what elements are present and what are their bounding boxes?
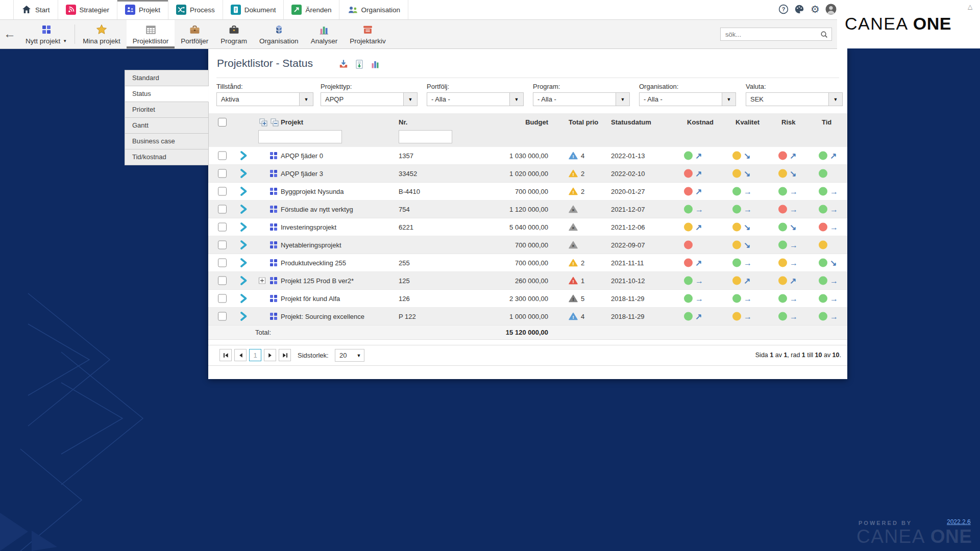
toolbar-item-mina-projekt[interactable]: Mina projekt [77, 20, 127, 48]
row-checkbox[interactable] [218, 169, 227, 178]
open-project-chevron-icon[interactable] [239, 276, 248, 286]
sidebar-item-standard[interactable]: Standard [125, 70, 209, 86]
open-project-chevron-icon[interactable] [239, 258, 248, 268]
theme-palette-icon[interactable] [794, 4, 805, 15]
tab-projekt[interactable]: Projekt [117, 0, 168, 19]
filter-dropdown-program[interactable]: - Alla -▼ [533, 92, 630, 106]
sidebar-item-prioritet[interactable]: Prioritet [125, 102, 209, 118]
filter-value: SEK [746, 93, 828, 106]
tab-dokument[interactable]: Dokument [223, 0, 284, 19]
search-icon[interactable] [820, 31, 828, 38]
toolbar-item-projektarkiv[interactable]: Projektarkiv [344, 20, 392, 48]
open-project-chevron-icon[interactable] [239, 240, 248, 250]
column-header-budget[interactable]: Budget [497, 118, 548, 126]
filter-dropdown-tillstånd[interactable]: Aktiva▼ [216, 92, 313, 106]
row-checkbox[interactable] [218, 205, 227, 214]
excel-export-icon[interactable] [354, 59, 364, 69]
help-icon[interactable]: ? [778, 4, 789, 15]
open-project-chevron-icon[interactable] [239, 204, 248, 214]
project-name[interactable]: Projekt för kund Alfa [281, 295, 340, 303]
tab-strategier[interactable]: Strategier [58, 0, 118, 19]
toolbar-item-organisation[interactable]: Organisation [253, 20, 305, 48]
row-checkbox[interactable] [218, 223, 227, 232]
total-row: Total: 15 120 000,00 [208, 325, 847, 340]
expand-all-icon[interactable] [259, 118, 267, 127]
row-checkbox[interactable] [218, 312, 227, 321]
project-name[interactable]: Byggprojekt Nysunda [281, 188, 344, 195]
sidebar-item-status[interactable]: Status [125, 86, 209, 102]
column-header-tid[interactable]: Tid [822, 118, 831, 126]
org-blocks-icon [273, 23, 285, 36]
column-header-projekt[interactable]: Projekt [281, 118, 303, 126]
first-page-button[interactable] [219, 349, 232, 361]
filter-dropdown-portfölj[interactable]: - Alla -▼ [427, 92, 524, 106]
column-header-kvalitet[interactable]: Kvalitet [736, 118, 760, 126]
last-page-button[interactable] [279, 349, 291, 361]
tab-process[interactable]: Process [168, 0, 223, 19]
topbar-right-icons: ?⚙ [778, 4, 837, 15]
filter-dropdown-valuta[interactable]: SEK▼ [746, 92, 843, 106]
nr-filter-input[interactable] [399, 130, 452, 143]
kostnad-indicator: ↗ [684, 169, 702, 178]
sidebar-item-tid-kostnad[interactable]: Tid/kostnad [125, 149, 209, 165]
tab-label: Start [35, 6, 50, 14]
tab-start[interactable]: Start [13, 0, 58, 19]
toolbar-item-nytt-projekt[interactable]: Nytt projekt▼ [19, 20, 73, 48]
open-project-chevron-icon[interactable] [239, 293, 248, 304]
toolbar-item-program[interactable]: Program [214, 20, 253, 48]
toolbar-item-portföljer[interactable]: Portföljer [175, 20, 214, 48]
filter-dropdown-projekttyp[interactable]: APQP▼ [321, 92, 418, 106]
next-page-button[interactable] [264, 349, 276, 361]
row-checkbox[interactable] [218, 187, 227, 196]
tab-organisation[interactable]: Organisation [339, 0, 408, 19]
settings-gear-icon[interactable]: ⚙ [810, 4, 821, 15]
toolbar-item-analyser[interactable]: Analyser [305, 20, 344, 48]
collapse-all-icon[interactable] [271, 118, 279, 127]
sidebar-item-business-case[interactable]: Business case [125, 134, 209, 149]
row-checkbox[interactable] [218, 152, 227, 160]
row-checkbox[interactable] [218, 259, 227, 267]
collapse-triangle-icon[interactable]: △ [968, 3, 972, 10]
expand-children-icon[interactable] [259, 278, 265, 284]
page-size-select[interactable]: 20 ▼ [335, 349, 364, 362]
row-checkbox[interactable] [218, 294, 227, 303]
projekt-filter-input[interactable] [258, 130, 342, 143]
previous-page-button[interactable] [234, 349, 247, 361]
row-checkbox[interactable] [218, 277, 227, 285]
status-circle-green [732, 187, 741, 196]
user-avatar[interactable] [825, 4, 837, 15]
sidebar-item-gantt[interactable]: Gantt [125, 118, 209, 134]
back-arrow-button[interactable]: ← [2, 26, 17, 41]
search-input[interactable] [724, 30, 820, 39]
toolbar-item-projektlistor[interactable]: Projektlistor [127, 20, 175, 48]
filter-dropdown-organisation[interactable]: - Alla -▼ [639, 92, 736, 106]
project-name[interactable]: APQP fjäder 3 [281, 170, 323, 178]
kvalitet-indicator: ↘ [732, 169, 750, 178]
open-project-chevron-icon[interactable] [239, 151, 248, 161]
project-name[interactable]: APQP fjäder 0 [281, 152, 323, 160]
trend-flat-arrow: → [830, 205, 838, 214]
version-link[interactable]: 2022.2.6 [947, 518, 971, 525]
project-name[interactable]: Nyetableringsprojekt [281, 241, 341, 249]
project-name[interactable]: Projekt 125 Prod B ver2* [281, 277, 354, 285]
column-header-nr[interactable]: Nr. [399, 118, 407, 126]
row-checkbox[interactable] [218, 241, 227, 249]
current-page-button[interactable]: 1 [249, 349, 261, 361]
column-header-total-prio[interactable]: Total prio [569, 118, 598, 126]
project-name[interactable]: Förstudie av nytt verktyg [281, 206, 353, 213]
project-name[interactable]: Produktutveckling 255 [281, 259, 346, 267]
open-project-chevron-icon[interactable] [239, 186, 248, 196]
open-project-chevron-icon[interactable] [239, 311, 248, 321]
open-project-chevron-icon[interactable] [239, 222, 248, 232]
select-all-checkbox[interactable] [218, 118, 227, 127]
project-name[interactable]: Investeringsprojekt [281, 223, 336, 231]
project-name[interactable]: Projekt: Sourcing excellence [281, 313, 364, 320]
chart-icon[interactable] [370, 59, 380, 69]
import-icon[interactable] [338, 59, 349, 69]
open-project-chevron-icon[interactable] [239, 168, 248, 179]
column-header-risk[interactable]: Risk [781, 118, 795, 126]
column-header-statusdatum[interactable]: Statusdatum [611, 118, 651, 126]
column-header-kostnad[interactable]: Kostnad [687, 118, 714, 126]
tab-ärenden[interactable]: Ärenden [284, 0, 339, 19]
project-grid-icon [270, 259, 278, 267]
